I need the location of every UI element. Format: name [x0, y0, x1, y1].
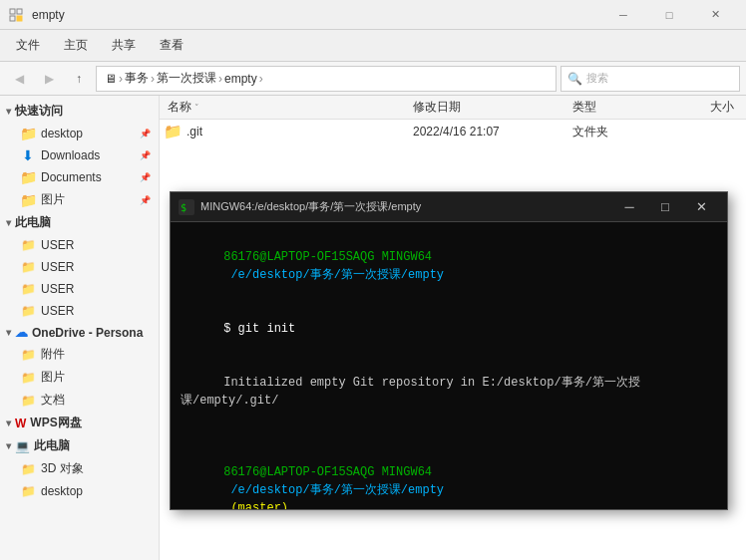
ribbon: 文件 主页 共享 查看: [0, 30, 746, 62]
sidebar-item-pictures[interactable]: 📁 图片 📌: [0, 188, 159, 211]
window-icon: [8, 7, 24, 23]
sidebar-item-desktop[interactable]: 📁 desktop 📌: [0, 123, 159, 144]
pin-icon: 📌: [140, 172, 151, 182]
forward-button[interactable]: ▶: [36, 66, 62, 92]
ribbon-tab-home[interactable]: 主页: [52, 31, 100, 60]
terminal-line-1: 86176@LAPTOP-OF15SAQG MINGW64 /e/desktop…: [181, 230, 717, 302]
sidebar-item-user1[interactable]: 📁 USER: [0, 234, 159, 256]
pin-icon: 📌: [140, 150, 151, 160]
col-header-date[interactable]: 修改日期: [413, 99, 572, 116]
sidebar-section-this-computer[interactable]: ▾ 💻 此电脑: [0, 434, 159, 457]
terminal-command-1: $ git init: [223, 322, 295, 336]
sidebar-item-label: desktop: [41, 484, 83, 498]
sidebar-item-user3[interactable]: 📁 USER: [0, 278, 159, 300]
col-header-name[interactable]: 名称 ˅: [164, 99, 413, 116]
file-type: 文件夹: [572, 124, 672, 140]
folder-icon: 📁: [20, 303, 36, 319]
sidebar-section-onedrive[interactable]: ▾ ☁ OneDrive - Persona: [0, 322, 159, 343]
maximize-button[interactable]: □: [646, 0, 692, 30]
sidebar-section-quick-access[interactable]: ▾ 快速访问: [0, 100, 159, 123]
sidebar-item-label: 图片: [41, 191, 65, 208]
sidebar-item-user4[interactable]: 📁 USER: [0, 300, 159, 322]
sidebar-item-desktop2[interactable]: 📁 desktop: [0, 480, 159, 502]
file-item-git[interactable]: 📁 .git 2022/4/16 21:07 文件夹: [160, 120, 746, 143]
terminal-path-2: /e/desktop/事务/第一次授课/empty: [223, 483, 444, 497]
folder-icon: 📁: [20, 483, 36, 499]
terminal-line-3: Initialized empty Git repository in E:/d…: [181, 356, 717, 427]
sidebar-item-label: USER: [41, 238, 74, 252]
ribbon-tab-file[interactable]: 文件: [4, 31, 52, 60]
sidebar-item-label: USER: [41, 260, 74, 274]
title-bar-controls: ─ □ ✕: [600, 0, 738, 30]
sidebar-item-od-documents[interactable]: 📁 文档: [0, 389, 159, 412]
sidebar-item-label: Downloads: [41, 148, 100, 162]
ribbon-tab-share[interactable]: 共享: [100, 31, 148, 60]
sidebar-section-wps[interactable]: ▾ W WPS网盘: [0, 412, 159, 434]
sidebar-item-3d-objects[interactable]: 📁 3D 对象: [0, 457, 159, 480]
sidebar-item-user2[interactable]: 📁 USER: [0, 256, 159, 278]
search-placeholder: 搜索: [586, 71, 608, 86]
path-sep-3: ›: [218, 72, 222, 86]
sidebar-item-attachment[interactable]: 📁 附件: [0, 343, 159, 366]
sidebar-section-this-pc[interactable]: ▾ 此电脑: [0, 211, 159, 234]
svg-rect-2: [10, 16, 15, 21]
file-name: .git: [186, 125, 413, 139]
sidebar-item-label: 文档: [41, 392, 65, 409]
wps-arrow: ▾: [6, 418, 11, 428]
terminal-maximize-button[interactable]: □: [647, 195, 683, 219]
path-sep-2: ›: [151, 72, 155, 86]
sidebar-item-label: desktop: [41, 127, 83, 140]
terminal-body[interactable]: 86176@LAPTOP-OF15SAQG MINGW64 /e/desktop…: [171, 222, 727, 509]
sidebar-item-downloads[interactable]: ⬇ Downloads 📌: [0, 144, 159, 166]
window-title: empty: [32, 8, 65, 22]
title-bar-icons: [8, 7, 24, 23]
path-sep-4: ›: [259, 72, 263, 86]
search-box[interactable]: 🔍 搜索: [560, 66, 740, 92]
terminal-output-1: Initialized empty Git repository in E:/d…: [181, 376, 640, 408]
terminal-prompt-2: 86176@LAPTOP-OF15SAQG MINGW64: [223, 465, 432, 479]
terminal-minimize-button[interactable]: ─: [611, 195, 647, 219]
wps-icon: W: [15, 417, 26, 430]
terminal-line-5: 86176@LAPTOP-OF15SAQG MINGW64 /e/desktop…: [181, 445, 717, 509]
onedrive-label: OneDrive - Persona: [32, 326, 143, 340]
file-date: 2022/4/16 21:07: [413, 125, 572, 139]
wps-label: WPS网盘: [30, 415, 81, 431]
folder-icon: 📁: [20, 461, 36, 477]
svg-rect-1: [17, 9, 22, 14]
path-segment-1: 🖥: [105, 72, 117, 86]
quick-access-label: 快速访问: [15, 103, 63, 120]
search-icon: 🔍: [567, 72, 582, 86]
sidebar-item-od-pictures[interactable]: 📁 图片: [0, 366, 159, 389]
terminal-close-button[interactable]: ✕: [683, 195, 719, 219]
col-header-size[interactable]: 大小: [672, 99, 742, 116]
svg-text:$: $: [181, 202, 186, 213]
col-header-type[interactable]: 类型: [572, 99, 672, 116]
terminal-icon: $: [179, 199, 194, 215]
onedrive-icon: ☁: [15, 325, 28, 340]
this-pc-arrow: ▾: [6, 217, 11, 228]
folder-icon: 📁: [20, 347, 36, 363]
sidebar: ▾ 快速访问 📁 desktop 📌 ⬇ Downloads 📌 📁 Docum…: [0, 96, 160, 560]
ribbon-tab-view[interactable]: 查看: [148, 31, 195, 60]
sort-arrow: ˅: [194, 103, 199, 113]
sidebar-item-label: 图片: [41, 369, 65, 386]
address-bar: ◀ ▶ ↑ 🖥 › 事务 › 第一次授课 › empty › 🔍 搜索: [0, 62, 746, 96]
address-path[interactable]: 🖥 › 事务 › 第一次授课 › empty ›: [96, 66, 557, 92]
minimize-button[interactable]: ─: [600, 0, 646, 30]
folder-icon: 📁: [20, 393, 36, 409]
sidebar-item-documents[interactable]: 📁 Documents 📌: [0, 166, 159, 188]
path-segment-4: empty: [224, 72, 257, 86]
back-button[interactable]: ◀: [6, 66, 32, 92]
terminal-line-4: [181, 427, 717, 445]
this-computer-arrow: ▾: [6, 440, 11, 451]
folder-icon: 📁: [20, 281, 36, 297]
folder-icon: 📁: [20, 259, 36, 275]
git-folder-icon: 📁: [164, 123, 182, 140]
close-button[interactable]: ✕: [692, 0, 738, 30]
this-pc-label: 此电脑: [15, 214, 51, 231]
terminal-branch: (master): [223, 501, 288, 509]
terminal-title: MINGW64:/e/desktop/事务/第一次授课/empty: [200, 199, 611, 214]
this-computer-label: 此电脑: [34, 437, 70, 454]
folder-icon: 📁: [20, 370, 36, 386]
up-button[interactable]: ↑: [66, 66, 92, 92]
